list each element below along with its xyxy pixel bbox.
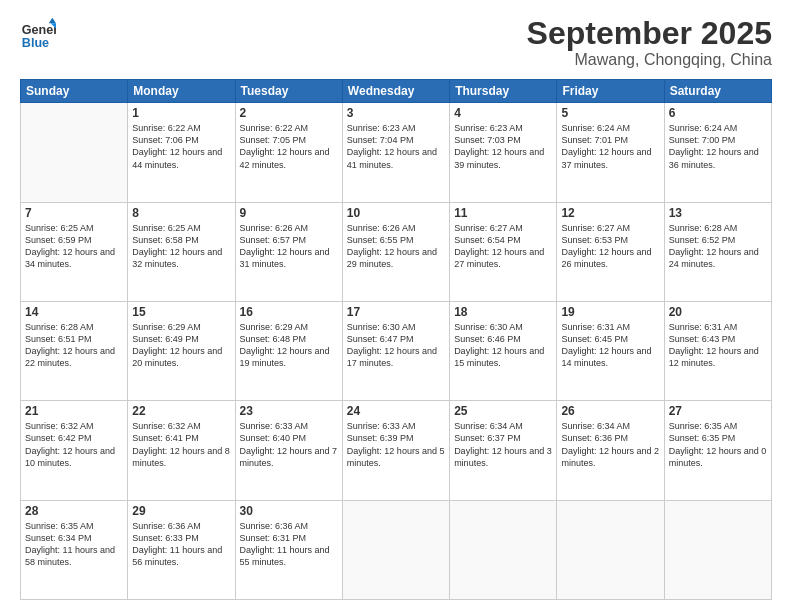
week-row-0: 1Sunrise: 6:22 AMSunset: 7:06 PMDaylight… [21, 103, 772, 202]
cell-info: Sunrise: 6:22 AMSunset: 7:05 PMDaylight:… [240, 122, 338, 171]
cell-info: Sunrise: 6:31 AMSunset: 6:43 PMDaylight:… [669, 321, 767, 370]
col-header-thursday: Thursday [450, 80, 557, 103]
calendar-table: SundayMondayTuesdayWednesdayThursdayFrid… [20, 79, 772, 600]
svg-marker-2 [49, 18, 56, 23]
calendar-cell: 9Sunrise: 6:26 AMSunset: 6:57 PMDaylight… [235, 202, 342, 301]
cell-info: Sunrise: 6:30 AMSunset: 6:46 PMDaylight:… [454, 321, 552, 370]
col-header-wednesday: Wednesday [342, 80, 449, 103]
header: General Blue September 2025 Mawang, Chon… [20, 16, 772, 69]
day-number: 8 [132, 206, 230, 220]
day-number: 13 [669, 206, 767, 220]
calendar-cell: 27Sunrise: 6:35 AMSunset: 6:35 PMDayligh… [664, 401, 771, 500]
cell-info: Sunrise: 6:30 AMSunset: 6:47 PMDaylight:… [347, 321, 445, 370]
col-header-sunday: Sunday [21, 80, 128, 103]
month-title: September 2025 [527, 16, 772, 51]
calendar-cell: 11Sunrise: 6:27 AMSunset: 6:54 PMDayligh… [450, 202, 557, 301]
calendar-cell: 12Sunrise: 6:27 AMSunset: 6:53 PMDayligh… [557, 202, 664, 301]
calendar-cell: 7Sunrise: 6:25 AMSunset: 6:59 PMDaylight… [21, 202, 128, 301]
day-number: 24 [347, 404, 445, 418]
calendar-cell: 14Sunrise: 6:28 AMSunset: 6:51 PMDayligh… [21, 301, 128, 400]
calendar-cell: 29Sunrise: 6:36 AMSunset: 6:33 PMDayligh… [128, 500, 235, 599]
day-number: 16 [240, 305, 338, 319]
cell-info: Sunrise: 6:32 AMSunset: 6:41 PMDaylight:… [132, 420, 230, 469]
day-number: 19 [561, 305, 659, 319]
day-number: 18 [454, 305, 552, 319]
cell-info: Sunrise: 6:34 AMSunset: 6:37 PMDaylight:… [454, 420, 552, 469]
calendar-cell: 15Sunrise: 6:29 AMSunset: 6:49 PMDayligh… [128, 301, 235, 400]
day-number: 2 [240, 106, 338, 120]
calendar-cell: 2Sunrise: 6:22 AMSunset: 7:05 PMDaylight… [235, 103, 342, 202]
day-number: 20 [669, 305, 767, 319]
title-block: September 2025 Mawang, Chongqing, China [527, 16, 772, 69]
day-number: 12 [561, 206, 659, 220]
day-number: 9 [240, 206, 338, 220]
calendar-cell: 20Sunrise: 6:31 AMSunset: 6:43 PMDayligh… [664, 301, 771, 400]
week-row-3: 21Sunrise: 6:32 AMSunset: 6:42 PMDayligh… [21, 401, 772, 500]
calendar-cell: 3Sunrise: 6:23 AMSunset: 7:04 PMDaylight… [342, 103, 449, 202]
day-number: 10 [347, 206, 445, 220]
cell-info: Sunrise: 6:29 AMSunset: 6:49 PMDaylight:… [132, 321, 230, 370]
col-header-tuesday: Tuesday [235, 80, 342, 103]
day-number: 14 [25, 305, 123, 319]
cell-info: Sunrise: 6:29 AMSunset: 6:48 PMDaylight:… [240, 321, 338, 370]
calendar-cell: 25Sunrise: 6:34 AMSunset: 6:37 PMDayligh… [450, 401, 557, 500]
calendar-cell: 8Sunrise: 6:25 AMSunset: 6:58 PMDaylight… [128, 202, 235, 301]
logo-icon: General Blue [20, 16, 56, 52]
day-number: 11 [454, 206, 552, 220]
day-number: 29 [132, 504, 230, 518]
calendar-cell: 10Sunrise: 6:26 AMSunset: 6:55 PMDayligh… [342, 202, 449, 301]
cell-info: Sunrise: 6:28 AMSunset: 6:52 PMDaylight:… [669, 222, 767, 271]
calendar-cell: 21Sunrise: 6:32 AMSunset: 6:42 PMDayligh… [21, 401, 128, 500]
week-row-1: 7Sunrise: 6:25 AMSunset: 6:59 PMDaylight… [21, 202, 772, 301]
col-header-monday: Monday [128, 80, 235, 103]
day-number: 25 [454, 404, 552, 418]
day-number: 15 [132, 305, 230, 319]
cell-info: Sunrise: 6:23 AMSunset: 7:04 PMDaylight:… [347, 122, 445, 171]
calendar-cell: 26Sunrise: 6:34 AMSunset: 6:36 PMDayligh… [557, 401, 664, 500]
day-number: 27 [669, 404, 767, 418]
day-number: 5 [561, 106, 659, 120]
day-number: 23 [240, 404, 338, 418]
logo: General Blue [20, 16, 56, 52]
day-number: 4 [454, 106, 552, 120]
col-header-friday: Friday [557, 80, 664, 103]
cell-info: Sunrise: 6:26 AMSunset: 6:57 PMDaylight:… [240, 222, 338, 271]
cell-info: Sunrise: 6:33 AMSunset: 6:40 PMDaylight:… [240, 420, 338, 469]
cell-info: Sunrise: 6:24 AMSunset: 7:00 PMDaylight:… [669, 122, 767, 171]
calendar-cell: 30Sunrise: 6:36 AMSunset: 6:31 PMDayligh… [235, 500, 342, 599]
cell-info: Sunrise: 6:23 AMSunset: 7:03 PMDaylight:… [454, 122, 552, 171]
calendar-cell [557, 500, 664, 599]
calendar-cell: 13Sunrise: 6:28 AMSunset: 6:52 PMDayligh… [664, 202, 771, 301]
cell-info: Sunrise: 6:27 AMSunset: 6:54 PMDaylight:… [454, 222, 552, 271]
calendar-cell: 23Sunrise: 6:33 AMSunset: 6:40 PMDayligh… [235, 401, 342, 500]
location-title: Mawang, Chongqing, China [527, 51, 772, 69]
calendar-cell [450, 500, 557, 599]
day-number: 17 [347, 305, 445, 319]
calendar-cell [342, 500, 449, 599]
day-number: 6 [669, 106, 767, 120]
cell-info: Sunrise: 6:25 AMSunset: 6:58 PMDaylight:… [132, 222, 230, 271]
cell-info: Sunrise: 6:32 AMSunset: 6:42 PMDaylight:… [25, 420, 123, 469]
cell-info: Sunrise: 6:33 AMSunset: 6:39 PMDaylight:… [347, 420, 445, 469]
calendar-cell: 18Sunrise: 6:30 AMSunset: 6:46 PMDayligh… [450, 301, 557, 400]
page: General Blue September 2025 Mawang, Chon… [0, 0, 792, 612]
cell-info: Sunrise: 6:36 AMSunset: 6:31 PMDaylight:… [240, 520, 338, 569]
calendar-cell [664, 500, 771, 599]
calendar-cell: 5Sunrise: 6:24 AMSunset: 7:01 PMDaylight… [557, 103, 664, 202]
week-row-2: 14Sunrise: 6:28 AMSunset: 6:51 PMDayligh… [21, 301, 772, 400]
day-number: 3 [347, 106, 445, 120]
calendar-cell: 16Sunrise: 6:29 AMSunset: 6:48 PMDayligh… [235, 301, 342, 400]
cell-info: Sunrise: 6:28 AMSunset: 6:51 PMDaylight:… [25, 321, 123, 370]
calendar-cell: 22Sunrise: 6:32 AMSunset: 6:41 PMDayligh… [128, 401, 235, 500]
cell-info: Sunrise: 6:27 AMSunset: 6:53 PMDaylight:… [561, 222, 659, 271]
cell-info: Sunrise: 6:24 AMSunset: 7:01 PMDaylight:… [561, 122, 659, 171]
col-header-saturday: Saturday [664, 80, 771, 103]
cell-info: Sunrise: 6:36 AMSunset: 6:33 PMDaylight:… [132, 520, 230, 569]
week-row-4: 28Sunrise: 6:35 AMSunset: 6:34 PMDayligh… [21, 500, 772, 599]
day-number: 21 [25, 404, 123, 418]
cell-info: Sunrise: 6:25 AMSunset: 6:59 PMDaylight:… [25, 222, 123, 271]
cell-info: Sunrise: 6:35 AMSunset: 6:35 PMDaylight:… [669, 420, 767, 469]
calendar-cell [21, 103, 128, 202]
calendar-cell: 6Sunrise: 6:24 AMSunset: 7:00 PMDaylight… [664, 103, 771, 202]
calendar-header-row: SundayMondayTuesdayWednesdayThursdayFrid… [21, 80, 772, 103]
